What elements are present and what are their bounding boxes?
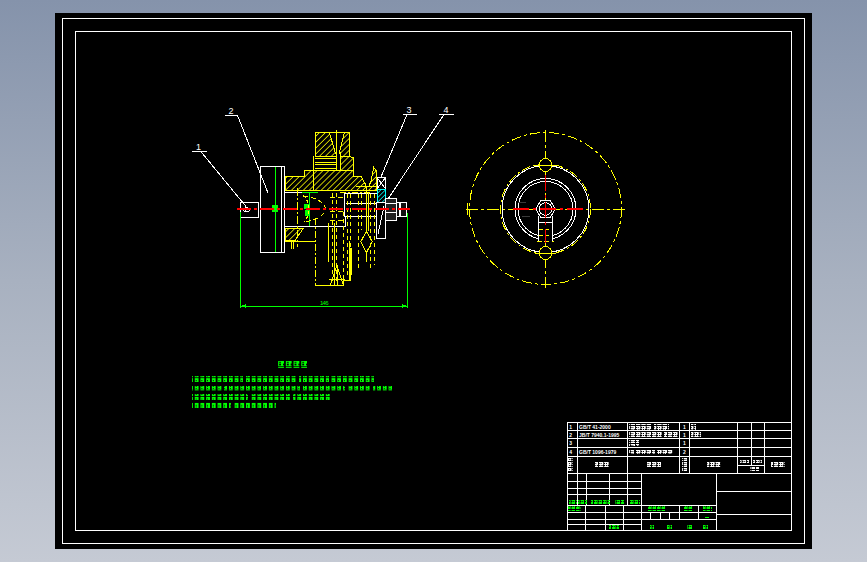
svg-text:2: 2 [228,106,233,116]
svg-text:2: 2 [569,432,572,438]
svg-text:1: 1 [569,424,572,430]
svg-text:GB/T 1096-1979: GB/T 1096-1979 [579,449,616,455]
svg-text:4: 4 [443,105,448,115]
svg-text:2: 2 [683,449,686,455]
svg-text:1: 1 [683,432,686,438]
svg-text:146: 146 [320,300,329,306]
svg-text:GB/T 41-2000: GB/T 41-2000 [579,424,611,430]
svg-text:1: 1 [683,440,686,446]
svg-text:1: 1 [683,424,686,430]
svg-text:4: 4 [569,449,572,455]
svg-text:3: 3 [569,440,572,446]
svg-text:1: 1 [196,142,201,152]
svg-text:JB/T 7940.1-1995: JB/T 7940.1-1995 [579,432,620,438]
svg-text:3: 3 [406,105,411,115]
